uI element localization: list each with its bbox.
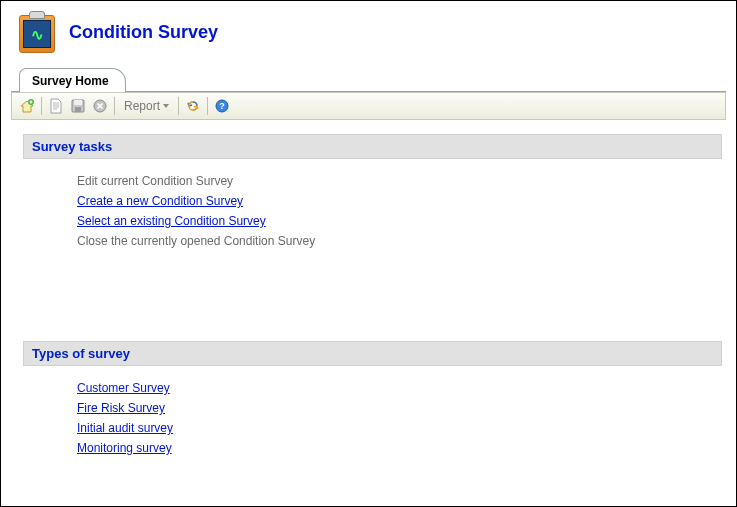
report-label: Report	[124, 99, 160, 113]
page-title: Condition Survey	[69, 22, 218, 43]
section-body-tasks: Edit current Condition Survey Create a n…	[23, 159, 722, 257]
svg-text:?: ?	[219, 101, 225, 111]
section-header-tasks: Survey tasks	[23, 134, 722, 159]
refresh-icon[interactable]	[182, 95, 204, 117]
type-fire-risk-survey[interactable]: Fire Risk Survey	[77, 398, 722, 418]
chevron-down-icon	[163, 104, 169, 108]
tab-bar: Survey Home	[11, 67, 726, 92]
section-body-types: Customer Survey Fire Risk Survey Initial…	[23, 366, 722, 464]
header: ∿ Condition Survey	[1, 1, 736, 67]
type-monitoring-survey[interactable]: Monitoring survey	[77, 438, 722, 458]
section-header-types: Types of survey	[23, 341, 722, 366]
report-dropdown[interactable]: Report	[118, 95, 175, 117]
task-edit-current: Edit current Condition Survey	[77, 171, 722, 191]
toolbar: Report ?	[11, 92, 726, 120]
help-icon[interactable]: ?	[211, 95, 233, 117]
tab-survey-home[interactable]: Survey Home	[19, 68, 126, 92]
svg-rect-3	[75, 107, 81, 112]
type-initial-audit-survey[interactable]: Initial audit survey	[77, 418, 722, 438]
document-icon[interactable]	[45, 95, 67, 117]
cancel-icon[interactable]	[89, 95, 111, 117]
type-customer-survey[interactable]: Customer Survey	[77, 378, 722, 398]
save-icon[interactable]	[67, 95, 89, 117]
home-add-icon[interactable]	[16, 95, 38, 117]
task-close-current: Close the currently opened Condition Sur…	[77, 231, 722, 251]
svg-rect-2	[74, 100, 82, 105]
content-area: Survey tasks Edit current Condition Surv…	[23, 134, 722, 464]
task-select-existing[interactable]: Select an existing Condition Survey	[77, 211, 722, 231]
clipboard-survey-icon: ∿	[19, 11, 55, 53]
task-create-new[interactable]: Create a new Condition Survey	[77, 191, 722, 211]
